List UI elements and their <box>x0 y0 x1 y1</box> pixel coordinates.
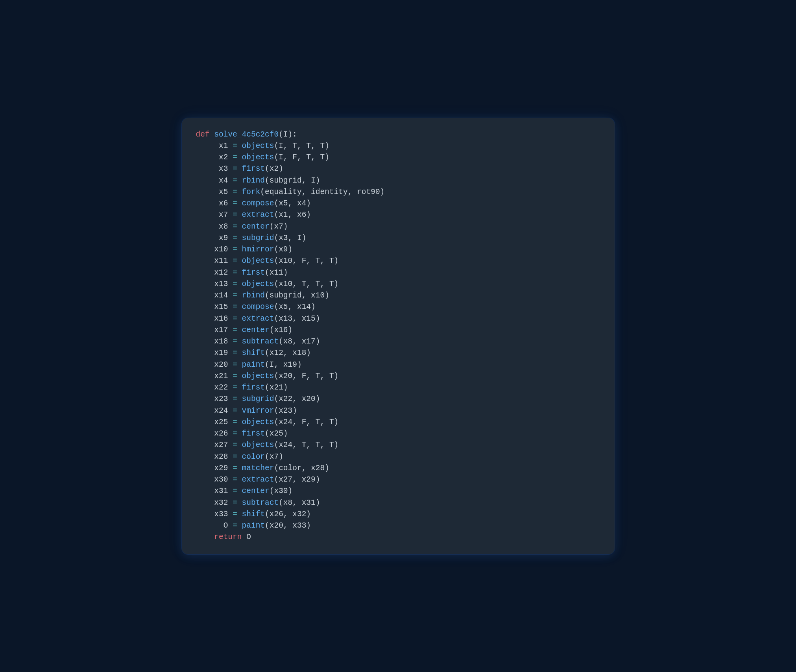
call-args: (x25) <box>265 429 288 438</box>
call-args: (I, T, T, T) <box>274 142 329 150</box>
call-fn: center <box>242 487 270 495</box>
colon: : <box>292 130 297 139</box>
equals-operator: = <box>233 291 237 300</box>
call-fn: center <box>242 222 270 231</box>
assign-lhs: x19 <box>214 349 228 357</box>
assign-lhs: x32 <box>214 498 228 507</box>
equals-operator: = <box>233 521 237 530</box>
call-args: (x16) <box>270 326 293 334</box>
assign-lhs: x29 <box>214 464 228 473</box>
call-args: (x13, x15) <box>274 314 320 323</box>
call-fn: hmirror <box>242 245 274 254</box>
call-fn: subtract <box>242 498 279 507</box>
call-fn: shift <box>242 349 265 357</box>
call-args: (x11) <box>265 268 288 277</box>
call-fn: paint <box>242 521 265 530</box>
equals-operator: = <box>233 464 237 473</box>
equals-operator: = <box>233 164 237 173</box>
call-args: (x20, x33) <box>265 521 311 530</box>
call-args: (x9) <box>274 245 292 254</box>
equals-operator: = <box>233 303 237 311</box>
call-fn: rbind <box>242 291 265 300</box>
assign-lhs: x4 <box>219 176 228 185</box>
call-fn: objects <box>242 257 274 265</box>
call-args: (x20, F, T, T) <box>274 372 338 380</box>
call-args: (x23) <box>274 406 297 415</box>
call-fn: first <box>242 268 265 277</box>
equals-operator: = <box>233 314 237 323</box>
call-args: (x10, T, T, T) <box>274 280 338 288</box>
call-fn: objects <box>242 418 274 426</box>
keyword-def: def <box>196 130 210 139</box>
call-args: (x24, F, T, T) <box>274 418 338 426</box>
call-fn: objects <box>242 441 274 449</box>
equals-operator: = <box>233 210 237 219</box>
assign-lhs: x26 <box>214 429 228 438</box>
assign-lhs: x7 <box>219 210 228 219</box>
call-fn: objects <box>242 142 274 150</box>
call-args: (x7) <box>265 452 283 461</box>
assign-lhs: x31 <box>214 487 228 495</box>
call-fn: subgrid <box>242 395 274 403</box>
assign-lhs: x16 <box>214 314 228 323</box>
assign-lhs: x5 <box>219 188 228 196</box>
equals-operator: = <box>233 234 237 242</box>
call-fn: fork <box>242 188 260 196</box>
equals-operator: = <box>233 360 237 369</box>
call-args: (equality, identity, rot90) <box>260 188 384 196</box>
assign-lhs: x14 <box>214 291 228 300</box>
equals-operator: = <box>233 188 237 196</box>
assign-lhs: x12 <box>214 268 228 277</box>
equals-operator: = <box>233 383 237 392</box>
call-args: (x3, I) <box>274 234 306 242</box>
call-args: (x8, x17) <box>279 337 320 346</box>
equals-operator: = <box>233 510 237 519</box>
equals-operator: = <box>233 280 237 288</box>
call-fn: first <box>242 164 265 173</box>
equals-operator: = <box>233 176 237 185</box>
assign-lhs: x8 <box>219 222 228 231</box>
equals-operator: = <box>233 429 237 438</box>
paren: ) <box>288 130 293 139</box>
assign-lhs: x27 <box>214 441 228 449</box>
assign-lhs: x25 <box>214 418 228 426</box>
call-fn: center <box>242 326 270 334</box>
assign-lhs: x18 <box>214 337 228 346</box>
return-value: O <box>246 533 251 541</box>
equals-operator: = <box>233 153 237 162</box>
call-fn: color <box>242 452 265 461</box>
call-args: (subgrid, x10) <box>265 291 329 300</box>
assign-lhs: x21 <box>214 372 228 380</box>
call-args: (x12, x18) <box>265 349 311 357</box>
call-args: (x1, x6) <box>274 210 311 219</box>
call-fn: compose <box>242 199 274 208</box>
assign-lhs: x2 <box>219 153 228 162</box>
call-args: (I, x19) <box>265 360 302 369</box>
assign-lhs: x22 <box>214 383 228 392</box>
call-args: (x2) <box>265 164 283 173</box>
equals-operator: = <box>233 395 237 403</box>
call-args: (x27, x29) <box>274 475 320 484</box>
call-args: (x30) <box>270 487 293 495</box>
call-args: (color, x28) <box>274 464 329 473</box>
function-name: solve_4c5c2cf0 <box>214 130 279 139</box>
call-args: (x24, T, T, T) <box>274 441 338 449</box>
equals-operator: = <box>233 372 237 380</box>
call-args: (x8, x31) <box>279 498 320 507</box>
equals-operator: = <box>233 349 237 357</box>
call-args: (I, F, T, T) <box>274 153 329 162</box>
equals-operator: = <box>233 406 237 415</box>
equals-operator: = <box>233 475 237 484</box>
assign-lhs: x3 <box>219 164 228 173</box>
equals-operator: = <box>233 222 237 231</box>
function-param: I <box>283 130 288 139</box>
call-args: (x21) <box>265 383 288 392</box>
call-args: (x10, F, T, T) <box>274 257 338 265</box>
equals-operator: = <box>233 487 237 495</box>
call-fn: paint <box>242 360 265 369</box>
assign-lhs: x20 <box>214 360 228 369</box>
call-args: (x26, x32) <box>265 510 311 519</box>
call-fn: first <box>242 383 265 392</box>
call-fn: compose <box>242 303 274 311</box>
assign-lhs: x10 <box>214 245 228 254</box>
